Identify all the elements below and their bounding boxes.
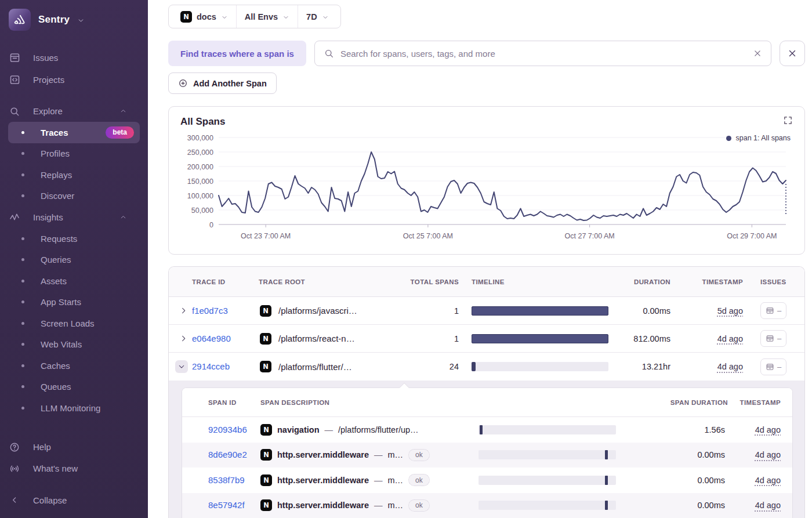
sidebar-item-issues[interactable]: Issues [0,46,148,68]
svg-text:Oct 27 7:00 AM: Oct 27 7:00 AM [565,232,615,240]
project-selector[interactable]: N docs [172,5,236,28]
issues-button[interactable]: – [760,358,786,375]
span-id-link[interactable]: 8538f7b9 [208,475,245,485]
plus-circle-icon [178,78,188,88]
column-header-trace-id: TRACE ID [192,278,259,285]
sidebar-item-requests[interactable]: Requests [8,228,140,249]
span-table-card: SPAN IDSPAN DESCRIPTIONSPAN DURATIONTIME… [182,387,793,518]
bullet-icon [21,364,24,367]
column-header-span-duration: SPAN DURATION [625,399,728,406]
sidebar-item-label: Requests [41,234,77,244]
svg-text:Oct 23 7:00 AM: Oct 23 7:00 AM [241,232,291,240]
span-duration-value: 0.00ms [625,450,728,459]
svg-text:50,000: 50,000 [191,207,213,215]
sidebar-item-what-s-new[interactable]: What's new [0,458,148,479]
nextjs-project-icon: N [260,424,272,436]
sidebar-item-app-starts[interactable]: App Starts [8,292,140,313]
column-header-span-description: SPAN DESCRIPTION [260,399,459,406]
sidebar-item-web-vitals[interactable]: Web Vitals [8,334,140,356]
sidebar-item-profiles[interactable]: Profiles [8,143,140,165]
bullet-icon [21,300,24,303]
span-row[interactable]: 8e57942fNhttp.server.middleware—m…ok0.00… [182,493,792,518]
issues-count-empty: – [777,306,781,315]
nextjs-project-icon: N [260,333,271,345]
timestamp-value[interactable]: 4d ago [755,476,781,485]
span-row[interactable]: 8538f7b9Nhttp.server.middleware—m…ok0.00… [182,468,792,493]
issues-button[interactable]: – [760,302,786,319]
timestamp-value[interactable]: 4d ago [717,334,743,343]
nextjs-project-icon: N [180,11,192,23]
sidebar-item-label: Issues [33,53,58,63]
sidebar-collapse-button[interactable]: Collapse [0,489,148,511]
issues-icon [9,52,21,64]
span-query-row: Find traces where a span is [168,41,805,66]
chevron-down-icon [282,14,289,21]
environment-selector[interactable]: All Envs [236,5,298,28]
sidebar-item-replays[interactable]: Replays [8,164,140,186]
sidebar-section-insights[interactable]: Insights [0,207,148,228]
trace-root-text: /platforms/javascri… [278,306,357,316]
timestamp-value[interactable]: 5d ago [717,306,743,316]
bullet-icon [21,407,24,410]
timeline-bar [472,334,608,343]
span-id-link[interactable]: 920934b6 [208,425,247,434]
trace-row[interactable]: e064e980N/platforms/react-n…1812.00ms4d … [169,325,804,353]
expand-trace-button[interactable] [179,306,188,315]
collapse-trace-button[interactable] [175,360,188,373]
sidebar-item-screen-loads[interactable]: Screen Loads [8,313,140,334]
bullet-icon [21,152,24,155]
column-header-duration: DURATION [615,278,670,285]
add-another-span-button[interactable]: Add Another Span [168,73,277,94]
expand-chart-icon[interactable] [783,115,793,125]
sidebar-item-caches[interactable]: Caches [8,355,140,376]
svg-text:Oct 25 7:00 AM: Oct 25 7:00 AM [403,232,453,240]
expand-trace-button[interactable] [179,334,188,343]
sidebar-item-discover[interactable]: Discover [8,186,140,207]
span-timeline-bar [478,476,616,485]
timeline-bar [472,362,608,371]
sidebar-section-label: Explore [33,106,63,116]
span-table-header: SPAN IDSPAN DESCRIPTIONSPAN DURATIONTIME… [182,388,792,417]
sidebar-item-queues[interactable]: Queues [8,376,140,398]
sidebar-item-traces[interactable]: Tracesbeta [8,122,140,143]
span-description-text: m… [387,476,403,485]
trace-id-link[interactable]: e064e980 [192,334,231,343]
sidebar-item-help[interactable]: Help [0,436,148,458]
span-row[interactable]: 8d6e90e2Nhttp.server.middleware—m…ok0.00… [182,443,792,468]
sidebar-item-llm-monitoring[interactable]: LLM Monitoring [8,397,140,419]
sidebar: Sentry IssuesProjectsExploreTracesbetaPr… [0,0,148,518]
trace-row[interactable]: f1e0d7c3N/platforms/javascri…10.00ms5d a… [169,297,804,325]
chevron-down-icon [77,17,85,24]
span-id-link[interactable]: 8e57942f [208,500,245,510]
trace-id-link[interactable]: f1e0d7c3 [192,306,228,316]
span-operation: http.server.middleware [277,450,369,459]
nextjs-project-icon: N [260,361,271,372]
timestamp-value[interactable]: 4d ago [755,450,781,459]
sidebar-item-label: Web Vitals [41,339,82,349]
org-switcher[interactable]: Sentry [0,8,148,31]
duration-value: 0.00ms [615,306,670,316]
issues-button[interactable]: – [760,330,786,347]
clear-search-icon[interactable] [752,48,763,59]
span-search-input[interactable] [340,49,752,59]
timestamp-value[interactable]: 4d ago [755,501,781,510]
trace-id-link[interactable]: 2914cceb [192,361,230,371]
date-range-selector[interactable]: 7D [298,5,337,28]
span-status-badge: ok [408,499,430,512]
sidebar-item-assets[interactable]: Assets [8,270,140,292]
sidebar-section-explore[interactable]: Explore [0,100,148,122]
span-id-link[interactable]: 8d6e90e2 [208,450,247,459]
sidebar-item-queries[interactable]: Queries [8,249,140,271]
timestamp-value[interactable]: 4d ago [755,425,781,434]
all-spans-chart-panel: All Spans span 1: All spans 050,000100,0… [168,106,805,255]
span-row[interactable]: 920934b6Nnavigation—/platforms/flutter/u… [182,417,792,443]
sidebar-item-label: Queries [41,255,71,265]
help-icon [9,441,20,453]
trace-row[interactable]: 2914ccebN/platforms/flutter/…2413.21hr4d… [169,353,804,381]
svg-text:250,000: 250,000 [187,148,213,157]
sidebar-nav: IssuesProjectsExploreTracesbetaProfilesR… [0,46,148,419]
sidebar-item-projects[interactable]: Projects [0,68,148,90]
timestamp-value[interactable]: 4d ago [717,362,743,371]
remove-span-filter-button[interactable] [780,41,805,66]
chevron-left-icon [10,495,19,505]
